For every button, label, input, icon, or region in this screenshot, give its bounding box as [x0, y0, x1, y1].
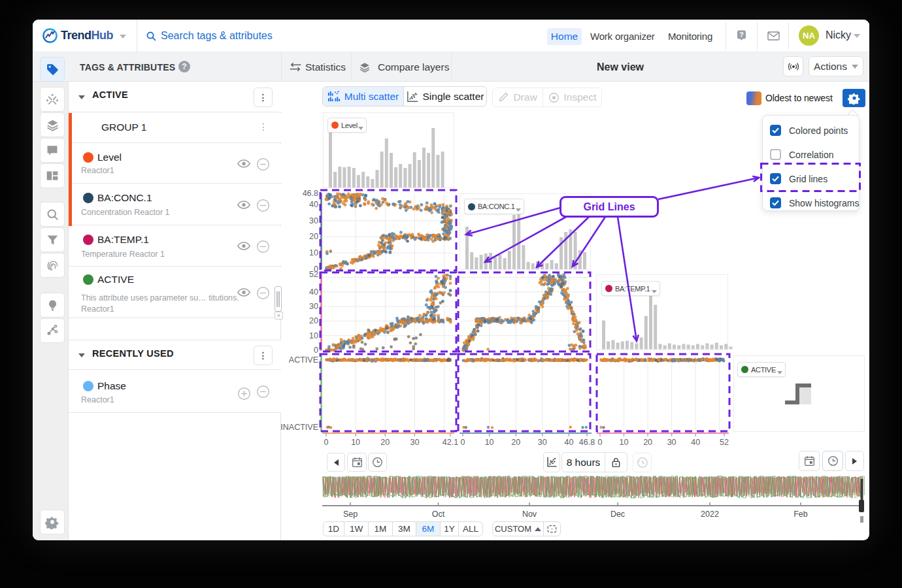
svg-text:20: 20	[309, 232, 318, 241]
svg-text:ACTIVE: ACTIVE	[289, 355, 318, 365]
svg-text:0: 0	[314, 346, 318, 355]
svg-text:30: 30	[410, 438, 419, 447]
svg-text:Nov: Nov	[522, 510, 537, 519]
svg-text:30: 30	[667, 438, 676, 447]
svg-text:42.1: 42.1	[443, 438, 458, 447]
svg-text:40: 40	[691, 438, 700, 447]
svg-text:?: ?	[739, 31, 743, 39]
svg-text:Sep: Sep	[343, 510, 358, 519]
svg-text:52: 52	[309, 270, 318, 279]
svg-text:2022: 2022	[701, 510, 719, 519]
svg-text:30: 30	[309, 302, 318, 311]
svg-text:46.8: 46.8	[303, 189, 318, 198]
svg-text:0: 0	[324, 438, 329, 447]
svg-text:30: 30	[309, 216, 318, 225]
svg-text:30: 30	[538, 438, 547, 447]
svg-text:0: 0	[598, 438, 603, 447]
svg-text:0: 0	[461, 438, 465, 447]
svg-text:Feb: Feb	[793, 510, 808, 519]
svg-text:20: 20	[380, 438, 390, 447]
svg-text:10: 10	[351, 438, 360, 447]
svg-text:52: 52	[720, 438, 729, 447]
svg-text:10: 10	[620, 438, 629, 447]
svg-text:INACTIVE: INACTIVE	[280, 423, 318, 432]
svg-text:10: 10	[309, 331, 318, 340]
svg-text:Oct: Oct	[432, 510, 445, 519]
svg-text:40: 40	[309, 200, 318, 209]
svg-text:20: 20	[511, 438, 520, 447]
svg-text:20: 20	[309, 316, 318, 325]
svg-text:20: 20	[643, 438, 652, 447]
svg-text:10: 10	[485, 438, 494, 447]
svg-text:40: 40	[309, 287, 318, 297]
svg-text:10: 10	[309, 248, 318, 257]
svg-text:Dec: Dec	[610, 510, 625, 519]
svg-text:46.8: 46.8	[579, 438, 595, 447]
svg-text:40: 40	[564, 438, 573, 447]
